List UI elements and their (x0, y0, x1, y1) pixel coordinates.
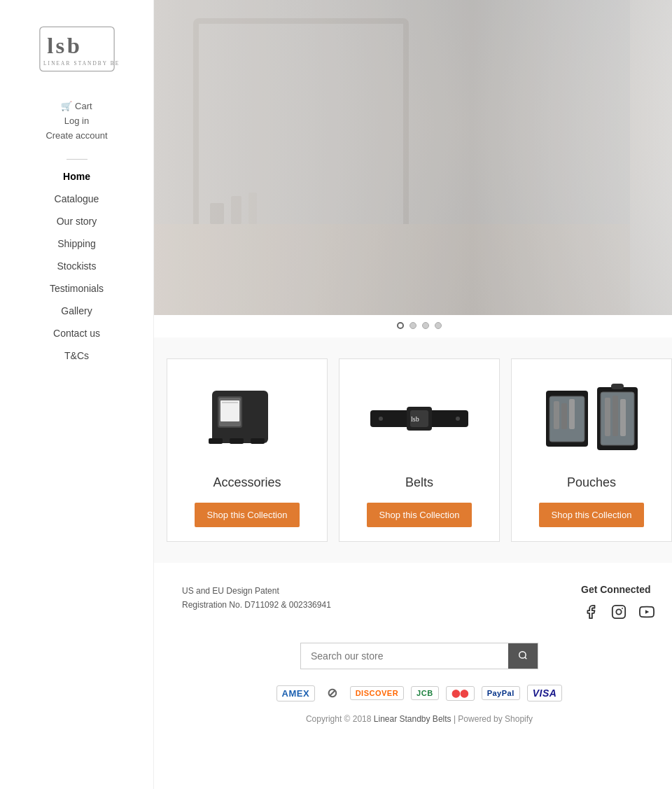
svg-rect-12 (209, 438, 223, 444)
facebook-icon[interactable] (581, 602, 601, 622)
svg-text:lsb: lsb (47, 33, 82, 58)
svg-rect-30 (605, 398, 610, 436)
belts-image: lsb (356, 373, 482, 464)
search-input[interactable] (301, 643, 508, 669)
paypal-icon: PayPal (482, 686, 520, 700)
hero-dot-1[interactable] (397, 322, 404, 329)
nav-gallery[interactable]: Gallery (0, 301, 153, 321)
svg-rect-27 (569, 399, 575, 429)
nav-catalogue[interactable]: Catalogue (0, 189, 153, 209)
svg-point-36 (622, 608, 623, 609)
search-bar-wrap (182, 643, 657, 669)
jcb-icon: JCB (411, 686, 439, 700)
collection-pouches: Pouches Shop this Collection (511, 358, 672, 542)
nav-contact-us[interactable]: Contact us (0, 323, 153, 343)
svg-point-22 (456, 417, 460, 421)
cart-link[interactable]: 🛒 Cart (61, 101, 92, 111)
footer: US and EU Design Patent Registration No.… (154, 563, 672, 738)
svg-rect-15 (220, 400, 239, 421)
collections-section: Accessories Shop this Collection lsb (154, 337, 672, 563)
nav-stockists[interactable]: Stockists (0, 256, 153, 276)
svg-text:LINEAR STANDBY BELTS: LINEAR STANDBY BELTS (43, 61, 119, 67)
collection-accessories: Accessories Shop this Collection (167, 358, 328, 542)
login-link[interactable]: Log in (64, 116, 89, 126)
svg-rect-14 (251, 438, 265, 444)
svg-rect-13 (230, 438, 244, 444)
hero-dot-4[interactable] (435, 322, 442, 329)
svg-rect-8 (248, 193, 257, 224)
search-button[interactable] (508, 643, 538, 669)
svg-rect-32 (620, 399, 626, 436)
svg-rect-16 (222, 402, 238, 403)
svg-rect-25 (554, 401, 559, 429)
nav-testimonials[interactable]: Testimonials (0, 279, 153, 298)
hero-banner (154, 0, 672, 337)
svg-rect-31 (612, 396, 618, 436)
pouches-title: Pouches (567, 475, 616, 490)
svg-point-21 (379, 417, 383, 421)
sidebar-divider (66, 159, 88, 160)
accessories-image (184, 373, 310, 464)
accessories-title: Accessories (213, 475, 281, 490)
hero-dots (154, 315, 672, 337)
create-account-label: Create account (46, 130, 107, 141)
pouches-image (528, 373, 654, 464)
svg-rect-33 (611, 384, 624, 389)
svg-marker-37 (645, 610, 649, 614)
amex-icon: AMEX (276, 685, 316, 701)
sidebar-nav: Home Catalogue Our story Shipping Stocki… (0, 167, 153, 365)
svg-rect-5 (154, 224, 630, 315)
youtube-icon[interactable] (637, 602, 657, 622)
create-account-link[interactable]: Create account (46, 130, 107, 141)
social-title: Get Connected (581, 584, 657, 595)
nav-our-story[interactable]: Our story (0, 211, 153, 231)
payment-icons: AMEX ⊘ DISCOVER JCB ⬤⬤ PayPal VISA (182, 683, 657, 703)
instagram-icon[interactable] (609, 602, 629, 622)
svg-rect-34 (612, 606, 625, 618)
mastercard-icon: ⬤⬤ (446, 686, 475, 701)
cart-icon: 🛒 (61, 101, 72, 111)
footer-top: US and EU Design Patent Registration No.… (182, 584, 657, 622)
diners-icon: ⊘ (322, 683, 343, 703)
pouches-shop-btn[interactable]: Shop this Collection (539, 503, 645, 527)
search-bar (300, 643, 538, 669)
belts-title: Belts (405, 475, 433, 490)
footer-social: Get Connected (581, 584, 657, 622)
svg-line-39 (525, 657, 527, 659)
social-icons (581, 602, 657, 622)
nav-home[interactable]: Home (0, 167, 153, 186)
nav-tcs[interactable]: T&Cs (0, 346, 153, 365)
sidebar: lsb LINEAR STANDBY BELTS 🛒 Cart Log in C… (0, 0, 154, 789)
svg-text:lsb: lsb (411, 415, 419, 423)
svg-rect-7 (231, 196, 241, 224)
brand-link[interactable]: Linear Standby Belts (374, 714, 451, 724)
svg-rect-6 (210, 203, 224, 224)
hero-image (154, 0, 672, 315)
discover-icon: DISCOVER (350, 686, 404, 700)
hero-dot-3[interactable] (422, 322, 429, 329)
cart-label: Cart (75, 101, 92, 111)
hero-dot-2[interactable] (410, 322, 416, 329)
collection-belts: lsb Belts Shop this Collection (339, 358, 500, 542)
svg-point-35 (616, 609, 621, 614)
svg-rect-26 (561, 403, 567, 429)
svg-point-38 (519, 651, 526, 657)
login-label: Log in (64, 116, 89, 126)
logo[interactable]: lsb LINEAR STANDBY BELTS (35, 21, 119, 80)
footer-copyright: Copyright © 2018 Linear Standby Belts | … (182, 714, 657, 724)
nav-shipping[interactable]: Shipping (0, 234, 153, 253)
visa-icon: VISA (527, 685, 563, 701)
accessories-shop-btn[interactable]: Shop this Collection (195, 503, 300, 527)
belts-shop-btn[interactable]: Shop this Collection (367, 503, 472, 527)
footer-patent: US and EU Design Patent Registration No.… (182, 584, 331, 613)
main-content: Accessories Shop this Collection lsb (154, 0, 672, 789)
top-links: 🛒 Cart Log in Create account (0, 101, 153, 141)
